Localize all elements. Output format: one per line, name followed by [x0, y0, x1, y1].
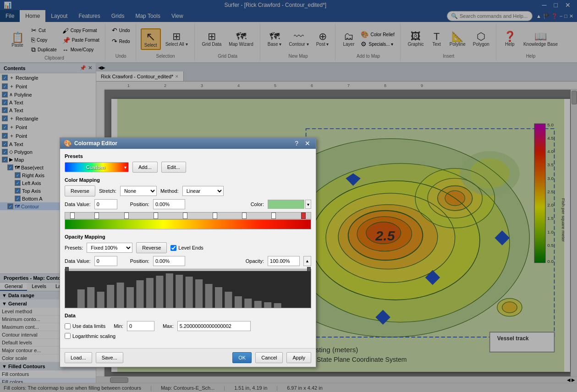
position-input[interactable] [153, 199, 185, 209]
svg-rect-78 [156, 276, 163, 308]
svg-rect-77 [146, 278, 154, 308]
apply-btn[interactable]: Apply [286, 352, 311, 363]
data-value-label: Data Value: [65, 201, 91, 207]
ok-btn[interactable]: OK [232, 352, 252, 363]
presets-dropdown[interactable]: Custom ▾ [65, 162, 129, 172]
gradient-handle-2[interactable] [124, 212, 129, 219]
color-gradient-bar [65, 219, 311, 229]
save-btn[interactable]: Save... [96, 352, 123, 363]
svg-rect-90 [274, 303, 281, 308]
modal-close-btn[interactable]: ✕ [303, 140, 312, 147]
svg-rect-83 [205, 284, 213, 308]
opacity-position-label: Position: [130, 258, 149, 264]
opacity-histogram-container [65, 269, 311, 308]
opacity-position-input[interactable] [153, 256, 185, 266]
data-value-input[interactable] [94, 199, 117, 209]
log-scaling-label[interactable]: Logarithmic scaling [65, 333, 311, 339]
min-label: Min: [114, 323, 123, 329]
method-label: Method: [160, 188, 179, 194]
reverse-btn[interactable]: Reverse [65, 185, 95, 196]
opacity-spinup-btn[interactable]: ▲ [303, 256, 311, 266]
edit-preset-btn[interactable]: Edit... [161, 162, 186, 173]
data-section: Data Use data limits Min: Max: Logarithm… [65, 313, 311, 339]
data-value-row: Data Value: Position: Color: ▾ [65, 199, 311, 209]
svg-rect-80 [176, 275, 183, 308]
data-label: Data [65, 313, 311, 318]
method-select[interactable]: Linear Nearest [182, 186, 224, 196]
use-data-limits-label[interactable]: Use data limits [65, 323, 105, 329]
color-mapping-controls: Reverse Stretch: None Linear Logarithmic… [65, 185, 311, 196]
modal-help-btn[interactable]: ? [293, 140, 300, 147]
preset-arrow: ▾ [124, 165, 126, 170]
presets-row: Custom ▾ Add... Edit... [65, 162, 311, 173]
opacity-controls-row: Presets: Fixed 100% Linear Reverse Level… [65, 242, 311, 253]
modal-overlay: 🎨 Colormap Editor ? ✕ Presets Custom ▾ [0, 0, 577, 392]
gradient-handle-6[interactable] [242, 212, 247, 219]
opacity-data-value-label: Data Value: [65, 258, 91, 264]
gradient-editor-container [65, 212, 311, 229]
log-scaling-row: Logarithmic scaling [65, 333, 311, 339]
add-preset-btn[interactable]: Add... [132, 162, 158, 173]
opacity-reverse-btn[interactable]: Reverse [136, 242, 167, 253]
stretch-select[interactable]: None Linear Logarithmic [120, 186, 157, 196]
colormap-editor-modal: 🎨 Colormap Editor ? ✕ Presets Custom ▾ [60, 137, 316, 367]
opacity-presets-label: Presets: [65, 245, 83, 250]
svg-rect-71 [87, 287, 94, 308]
gradient-handle-5[interactable] [213, 212, 217, 219]
max-label: Max: [163, 323, 174, 329]
opacity-value-input[interactable] [268, 256, 300, 266]
preset-text: Custom [67, 164, 124, 170]
svg-rect-89 [264, 302, 271, 308]
color-mapping-label: Color Mapping [65, 177, 311, 183]
opacity-preset-select[interactable]: Fixed 100% Linear [87, 243, 132, 253]
level-ends-checkbox[interactable] [170, 245, 176, 251]
svg-rect-76 [136, 280, 143, 308]
log-scaling-checkbox[interactable] [65, 333, 71, 339]
position-label: Position: [130, 201, 149, 207]
svg-rect-82 [195, 279, 203, 308]
opacity-mapping-label: Opacity Mapping [65, 234, 311, 240]
modal-title: Colormap Editor [74, 140, 117, 147]
color-mapping-section: Color Mapping Reverse Stretch: None Line… [65, 177, 311, 229]
svg-rect-70 [77, 289, 85, 308]
max-value-input[interactable] [177, 321, 251, 331]
opacity-label: Opacity: [246, 258, 264, 264]
color-label: Color: [251, 201, 264, 207]
stretch-label: Stretch: [99, 188, 116, 194]
svg-rect-86 [235, 296, 242, 308]
svg-rect-74 [117, 283, 124, 308]
use-data-limits-checkbox[interactable] [65, 323, 71, 329]
data-row: Use data limits Min: Max: [65, 321, 311, 331]
gradient-handle-3[interactable] [154, 212, 158, 219]
svg-rect-87 [244, 299, 252, 308]
svg-rect-88 [254, 301, 262, 308]
presets-section: Presets Custom ▾ Add... Edit... [65, 153, 311, 173]
gradient-handle-end[interactable] [301, 212, 306, 219]
cancel-btn[interactable]: Cancel [255, 352, 283, 363]
svg-rect-81 [186, 277, 193, 308]
modal-footer: Load... Save... OK Cancel Apply [60, 348, 316, 367]
svg-rect-73 [107, 285, 114, 308]
modal-titlebar: 🎨 Colormap Editor ? ✕ [60, 138, 316, 149]
svg-rect-79 [166, 273, 173, 308]
load-btn[interactable]: Load... [65, 352, 92, 363]
level-ends-label[interactable]: Level Ends [170, 245, 203, 251]
presets-label: Presets [65, 153, 311, 159]
svg-rect-72 [97, 292, 104, 308]
gradient-handle-1[interactable] [94, 212, 99, 219]
opacity-data-value-input[interactable] [94, 256, 117, 266]
color-picker-row: ▾ [268, 200, 311, 209]
color-swatch[interactable] [268, 200, 304, 209]
opacity-histogram [65, 271, 311, 308]
svg-rect-85 [225, 292, 232, 308]
color-dropdown-btn[interactable]: ▾ [305, 200, 311, 209]
min-value-input[interactable] [127, 321, 154, 331]
gradient-handle-0[interactable] [70, 212, 75, 219]
gradient-handle-7[interactable] [271, 212, 276, 219]
modal-body: Presets Custom ▾ Add... Edit... Color Ma… [60, 149, 316, 348]
opacity-value-row: Data Value: Position: Opacity: ▲ [65, 256, 311, 266]
gradient-handles-row[interactable] [65, 212, 311, 219]
svg-rect-84 [215, 287, 222, 308]
gradient-handle-4[interactable] [183, 212, 187, 219]
opacity-mapping-section: Opacity Mapping Presets: Fixed 100% Line… [65, 234, 311, 308]
